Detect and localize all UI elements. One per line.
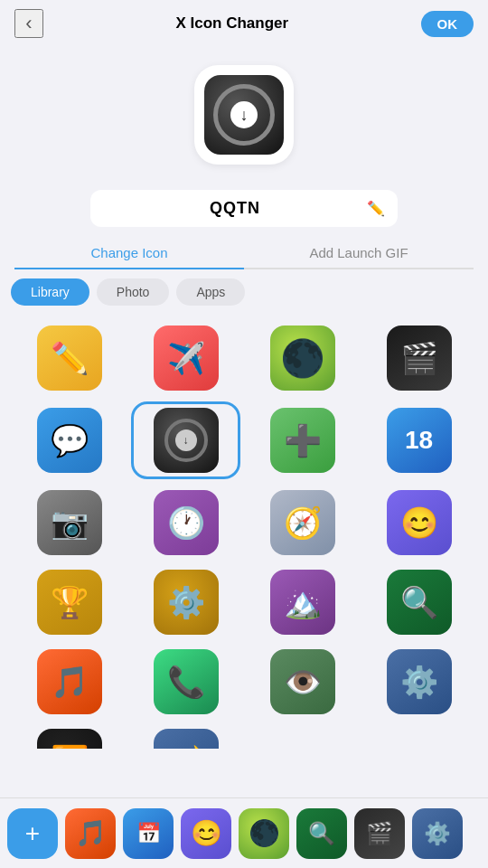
name-input-wrapper: ✏️ (0, 179, 488, 227)
icon-cell-clapper[interactable]: 🎬 (364, 322, 474, 394)
header: ‹ X Icon Changer OK (0, 0, 488, 47)
tab-add-launch-gif[interactable]: Add Launch GIF (244, 238, 474, 269)
icon-cell-cal18[interactable]: 18 (364, 401, 474, 479)
icon-cell-award[interactable]: 🏆 (14, 566, 124, 638)
icon-cell-paper[interactable]: ✈️ (131, 322, 240, 394)
dock-icon-4[interactable]: 🌑 (239, 808, 289, 859)
back-icon: ‹ (25, 12, 32, 35)
icon-cell-mountain[interactable]: 🏔️ (248, 566, 357, 638)
icon-cell-msg[interactable]: 💬 (14, 401, 124, 479)
icon-cell-phone[interactable]: 📞 (131, 646, 240, 718)
icon-world: ↓ (154, 408, 219, 473)
dock-icon-2[interactable]: 📅 (123, 808, 174, 859)
icon-eye: 👁️ (270, 649, 335, 714)
icon-compass: 🧭 (270, 490, 335, 555)
icon-phone: 📞 (154, 649, 219, 714)
icon-cell-face[interactable]: 😊 (364, 486, 474, 559)
icon-cell-camera[interactable]: 📷 (14, 486, 124, 559)
icon-ball2: ⚙️ (154, 570, 219, 635)
icon-cell-calc[interactable]: ➕ (248, 401, 357, 479)
app-icon-container: ↓ (194, 65, 294, 165)
icon-cell-world[interactable]: ↓ (131, 401, 240, 479)
icon-playbtn: ▶️ (37, 729, 102, 749)
back-button[interactable]: ‹ (14, 9, 43, 38)
icon-mountain: 🏔️ (270, 570, 335, 635)
icon-cell-gear[interactable]: ⚙️ (364, 646, 474, 718)
icon-cell-moon[interactable]: 🌙 (131, 725, 240, 749)
filter-apps[interactable]: Apps (176, 278, 245, 306)
icon-cell-music[interactable]: 🎵 (14, 646, 124, 718)
name-input-row: ✏️ (90, 190, 398, 227)
dock-icon-6[interactable]: 🎬 (354, 808, 405, 859)
icon-award: 🏆 (37, 570, 102, 635)
filter-library[interactable]: Library (11, 278, 89, 306)
icon-music: 🎵 (37, 649, 102, 714)
dock-icon-3[interactable]: 😊 (181, 808, 231, 859)
icon-cell-ball2[interactable]: ⚙️ (131, 566, 240, 638)
icon-paper: ✈️ (154, 326, 219, 391)
app-name-input[interactable] (103, 199, 367, 218)
icon-camera: 📷 (37, 490, 102, 555)
ok-button[interactable]: OK (421, 11, 474, 37)
icon-cell-playbtn[interactable]: ▶️ (14, 725, 124, 749)
icons-grid: ✏️ ✈️ 🌑 🎬 💬 ↓ ➕ (0, 315, 488, 749)
dock-icon-1[interactable]: 🎵 (65, 808, 116, 859)
icon-cell-ball[interactable]: 🌑 (248, 322, 357, 394)
filter-row: Library Photo Apps (0, 269, 488, 315)
icon-cell-compass[interactable]: 🧭 (248, 486, 357, 559)
icon-moon: 🌙 (154, 729, 219, 749)
dock-icon-5[interactable]: 🔍 (296, 808, 347, 859)
icon-clapper: 🎬 (387, 326, 452, 391)
icon-cal18: 18 (387, 408, 452, 473)
icon-ball: 🌑 (270, 326, 335, 391)
icon-cell-eye[interactable]: 👁️ (248, 646, 357, 718)
icon-search: 🔍 (387, 570, 452, 635)
dock-add-button[interactable]: + (7, 808, 58, 859)
icon-clock: 🕐 (154, 490, 219, 555)
app-icon-symbol: ↓ (240, 106, 249, 125)
icon-cell-pages[interactable]: ✏️ (14, 322, 124, 394)
tab-change-icon[interactable]: Change Icon (14, 238, 244, 269)
icon-pages: ✏️ (37, 326, 102, 391)
icon-preview-area: ↓ (0, 47, 488, 179)
icon-gear: ⚙️ (387, 649, 452, 714)
icon-msg: 💬 (37, 408, 102, 473)
icon-cell-search[interactable]: 🔍 (364, 566, 474, 638)
icon-calc: ➕ (270, 408, 335, 473)
app-icon-preview: ↓ (204, 75, 284, 155)
page-title: X Icon Changer (175, 14, 288, 33)
bottom-dock: + 🎵 📅 😊 🌑 🔍 🎬 ⚙️ (0, 797, 488, 868)
icon-face: 😊 (387, 490, 452, 555)
dock-icons-scroll: 🎵 📅 😊 🌑 🔍 🎬 ⚙️ (65, 808, 463, 859)
icon-cell-clock[interactable]: 🕐 (131, 486, 240, 559)
edit-icon[interactable]: ✏️ (367, 200, 385, 217)
dock-add-icon: + (25, 821, 40, 846)
dock-icon-7[interactable]: ⚙️ (412, 808, 463, 859)
tabs-row: Change Icon Add Launch GIF (0, 227, 488, 269)
filter-photo[interactable]: Photo (97, 278, 170, 306)
